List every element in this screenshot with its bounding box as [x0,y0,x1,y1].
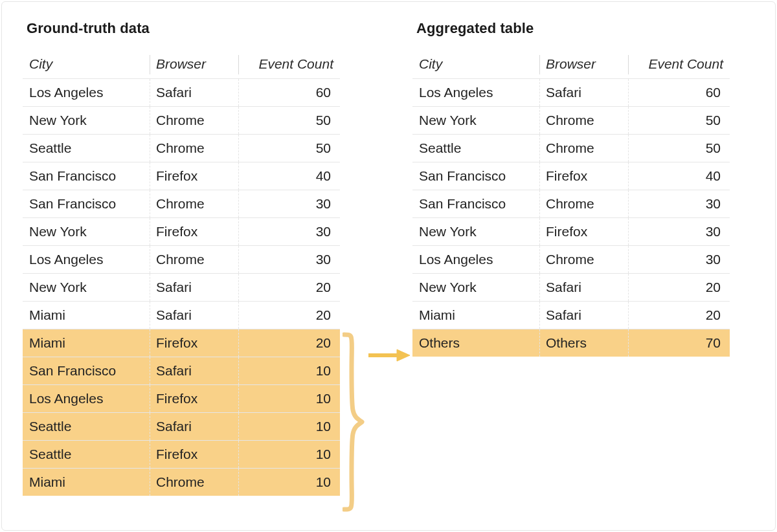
cell-browser: Chrome [150,469,238,496]
cell-browser: Others [539,329,628,357]
col-browser: Browser [539,52,628,79]
cell-city: Seattle [412,135,539,162]
cell-city: Miami [23,329,150,357]
cell-browser: Chrome [539,190,628,218]
cell-count: 60 [628,79,730,107]
cell-city: Los Angeles [412,246,539,274]
cell-city: Seattle [23,441,150,469]
table-row: New YorkChrome50 [23,107,340,135]
cell-browser: Firefox [539,218,628,246]
cell-count: 30 [238,246,340,274]
cell-count: 20 [628,302,730,329]
cell-city: New York [23,218,150,246]
cell-count: 30 [238,190,340,218]
cell-count: 20 [238,274,340,302]
col-city: City [412,52,539,79]
cell-count: 10 [238,357,340,385]
col-event-count: Event Count [628,52,730,79]
cell-browser: Safari [150,357,238,385]
table-row: MiamiSafari20 [23,302,340,329]
cell-count: 10 [238,385,340,413]
table-row: SeattleChrome50 [23,135,340,162]
table-row: MiamiFirefox20 [23,329,340,357]
table-row: Los AngelesFirefox10 [23,385,340,413]
cell-city: San Francisco [412,162,539,190]
ground-truth-title: Ground-truth data [27,20,340,37]
aggregated-title: Aggregated table [416,20,730,37]
cell-count: 70 [628,329,730,357]
col-city: City [23,52,150,79]
cell-browser: Firefox [150,329,238,357]
aggregation-connector [340,20,412,486]
cell-count: 30 [628,218,730,246]
table-row: San FranciscoChrome30 [412,190,730,218]
cell-city: New York [412,107,539,135]
cell-city: Seattle [23,135,150,162]
cell-city: Los Angeles [23,246,150,274]
table-header-row: City Browser Event Count [23,52,340,79]
cell-browser: Chrome [150,190,238,218]
cell-browser: Safari [539,274,628,302]
cell-count: 20 [628,274,730,302]
ground-truth-table: City Browser Event Count Los AngelesSafa… [23,52,340,496]
table-row: New YorkFirefox30 [23,218,340,246]
cell-city: Others [412,329,539,357]
table-row: MiamiSafari20 [412,302,730,329]
cell-browser: Firefox [539,162,628,190]
cell-city: New York [412,274,539,302]
cell-city: San Francisco [23,357,150,385]
cell-city: New York [412,218,539,246]
cell-count: 10 [238,413,340,441]
cell-browser: Safari [150,274,238,302]
cell-count: 20 [238,302,340,329]
cell-browser: Safari [539,79,628,107]
cell-browser: Safari [150,413,238,441]
cell-city: Los Angeles [412,79,539,107]
cell-browser: Firefox [150,218,238,246]
table-row: New YorkSafari20 [23,274,340,302]
cell-count: 40 [628,162,730,190]
cell-browser: Chrome [539,107,628,135]
table-row: San FranciscoSafari10 [23,357,340,385]
arrow-right-icon [368,349,410,362]
table-row: San FranciscoChrome30 [23,190,340,218]
cell-city: Miami [23,469,150,496]
table-header-row: City Browser Event Count [412,52,730,79]
aggregated-panel: Aggregated table City Browser Event Coun… [412,20,730,357]
cell-city: San Francisco [412,190,539,218]
table-row: San FranciscoFirefox40 [23,162,340,190]
cell-city: Seattle [23,413,150,441]
cell-count: 30 [238,218,340,246]
cell-city: New York [23,274,150,302]
cell-count: 50 [628,135,730,162]
table-row: SeattleChrome50 [412,135,730,162]
aggregated-table: City Browser Event Count Los AngelesSafa… [412,52,730,357]
table-row: New YorkChrome50 [412,107,730,135]
cell-count: 60 [238,79,340,107]
cell-browser: Firefox [150,385,238,413]
cell-browser: Chrome [539,246,628,274]
table-row: Los AngelesChrome30 [412,246,730,274]
cell-browser: Firefox [150,162,238,190]
table-row: Los AngelesSafari60 [412,79,730,107]
cell-browser: Chrome [539,135,628,162]
svg-marker-1 [397,349,410,361]
cell-count: 30 [628,246,730,274]
cell-count: 20 [238,329,340,357]
table-row: OthersOthers70 [412,329,730,357]
table-row: Los AngelesSafari60 [23,79,340,107]
table-row: New YorkFirefox30 [412,218,730,246]
cell-count: 40 [238,162,340,190]
cell-city: Miami [412,302,539,329]
curly-brace-icon [343,331,365,513]
cell-browser: Chrome [150,135,238,162]
table-row: SeattleSafari10 [23,413,340,441]
diagram-frame: Ground-truth data City Browser Event Cou… [1,1,776,531]
cell-city: Los Angeles [23,79,150,107]
cell-city: New York [23,107,150,135]
cell-city: Miami [23,302,150,329]
table-row: MiamiChrome10 [23,469,340,496]
cell-count: 30 [628,190,730,218]
col-browser: Browser [150,52,238,79]
table-row: SeattleFirefox10 [23,441,340,469]
